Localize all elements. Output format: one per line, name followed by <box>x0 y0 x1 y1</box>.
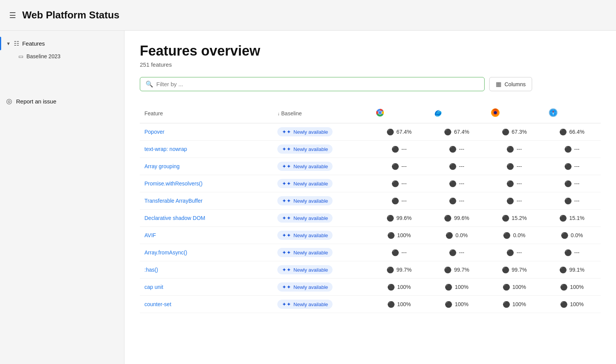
feature-name[interactable]: Array grouping <box>140 158 273 175</box>
firefox-cell: ⚫ 100% <box>485 296 543 313</box>
check-icon: ⚫ <box>502 215 510 222</box>
check-icon: ⚫ <box>503 284 510 291</box>
feature-name[interactable]: Popover <box>140 123 273 141</box>
edge-cell: ⚫ --- <box>428 244 485 261</box>
baseline-badge: ✦✦ Newly available <box>273 261 370 279</box>
columns-button[interactable]: ▦ Columns <box>489 77 532 91</box>
svg-point-3 <box>378 111 382 114</box>
check-icon: ⚫ <box>506 146 514 153</box>
newly-label: Newly available <box>293 284 328 290</box>
table-header-row: Feature ↓Baseline <box>140 103 601 123</box>
newly-label: Newly available <box>293 146 328 152</box>
col-feature[interactable]: Feature <box>140 103 273 123</box>
firefox-cell: ⚫ --- <box>485 141 543 158</box>
check-icon: ⚫ <box>449 146 457 153</box>
safari-pct: 100% <box>570 284 584 290</box>
check-icon: ⚫ <box>449 249 457 256</box>
feature-name[interactable]: Promise.withResolvers() <box>140 175 273 192</box>
sparkle-icon: ✦✦ <box>282 301 291 307</box>
edge-pct: 67.4% <box>454 129 469 135</box>
sparkle-icon: ✦✦ <box>282 129 291 135</box>
chrome-cell: ⚫ 99.7% <box>370 261 428 279</box>
table-row: Promise.withResolvers() ✦✦ Newly availab… <box>140 175 601 192</box>
sidebar-report-issue[interactable]: ◎ Report an issue <box>0 93 124 109</box>
chrome-pct: --- <box>401 249 407 256</box>
firefox-cell: ⚫ --- <box>485 175 543 192</box>
feature-name[interactable]: Transferable ArrayBuffer <box>140 192 273 210</box>
check-icon: ⚫ <box>445 301 452 308</box>
sparkle-icon: ✦✦ <box>282 215 291 221</box>
edge-pct: 0.0% <box>455 232 468 238</box>
check-icon: ⚫ <box>559 266 567 274</box>
check-icon: ⚫ <box>392 197 399 205</box>
firefox-cell: ⚫ 0.0% <box>485 227 543 244</box>
chevron-down-icon: ▼ <box>6 41 11 46</box>
menu-icon[interactable]: ☰ <box>9 11 16 20</box>
check-icon: ⚫ <box>502 128 510 136</box>
check-icon: ⚫ <box>387 128 394 136</box>
check-icon: ⚫ <box>392 163 399 170</box>
safari-cell: ⚫ 0.0% <box>543 227 601 244</box>
table-row: Array.fromAsync() ✦✦ Newly available ⚫ -… <box>140 244 601 261</box>
firefox-cell: ⚫ 100% <box>485 279 543 296</box>
edge-pct: --- <box>459 198 464 204</box>
edge-cell: ⚫ --- <box>428 175 485 192</box>
safari-cell: ⚫ --- <box>543 158 601 175</box>
check-icon: ⚫ <box>503 301 510 308</box>
edge-pct: 100% <box>455 301 469 307</box>
newly-label: Newly available <box>293 129 328 135</box>
check-icon: ⚫ <box>564 180 572 187</box>
chrome-pct: 99.6% <box>396 215 412 221</box>
baseline-badge: ✦✦ Newly available <box>273 123 370 141</box>
sidebar-baseline-label: Baseline 2023 <box>26 53 61 59</box>
chrome-pct: --- <box>401 198 407 204</box>
chrome-pct: 99.7% <box>396 267 412 273</box>
safari-pct: 99.1% <box>569 267 585 273</box>
baseline-badge: ✦✦ Newly available <box>273 279 370 296</box>
feature-name[interactable]: cap unit <box>140 279 273 296</box>
firefox-pct: --- <box>516 249 522 256</box>
edge-pct: 99.6% <box>454 215 469 221</box>
edge-cell: ⚫ 99.6% <box>428 210 485 227</box>
feature-name[interactable]: :has() <box>140 261 273 279</box>
chrome-pct: 67.4% <box>396 129 412 135</box>
firefox-pct: --- <box>516 180 522 187</box>
col-firefox <box>485 103 543 123</box>
safari-cell: ⚫ 66.4% <box>543 123 601 141</box>
filter-input[interactable] <box>156 81 479 87</box>
check-icon: ⚫ <box>564 249 572 256</box>
check-icon: ⚫ <box>449 197 457 205</box>
feature-name[interactable]: Declarative shadow DOM <box>140 210 273 227</box>
sparkle-icon: ✦✦ <box>282 232 291 238</box>
baseline-badge: ✦✦ Newly available <box>273 192 370 210</box>
sidebar-item-baseline2023[interactable]: ▭ Baseline 2023 <box>0 50 124 62</box>
table-row: AVIF ✦✦ Newly available ⚫ 100% ⚫ 0.0% <box>140 227 601 244</box>
edge-pct: --- <box>459 180 464 187</box>
feature-name[interactable]: AVIF <box>140 227 273 244</box>
features-table: Feature ↓Baseline <box>140 103 601 313</box>
sort-arrow-icon: ↓ <box>277 111 280 116</box>
feature-count: 251 features <box>140 61 601 68</box>
feature-name[interactable]: text-wrap: nowrap <box>140 141 273 158</box>
firefox-pct: --- <box>516 198 522 204</box>
feature-name[interactable]: Array.fromAsync() <box>140 244 273 261</box>
newly-label: Newly available <box>293 198 328 204</box>
chrome-pct: --- <box>401 180 407 187</box>
newly-label: Newly available <box>293 233 328 238</box>
sparkle-icon: ✦✦ <box>282 267 291 273</box>
check-icon: ⚫ <box>444 266 452 274</box>
check-icon: ⚫ <box>560 301 568 308</box>
filter-input-wrap[interactable]: 🔍 <box>140 77 485 91</box>
feature-name[interactable]: counter-set <box>140 296 273 313</box>
sidebar-item-features[interactable]: ▼ ☷ Features <box>0 37 124 50</box>
chrome-pct: 100% <box>397 301 411 307</box>
table-row: Transferable ArrayBuffer ✦✦ Newly availa… <box>140 192 601 210</box>
safari-pct: 0.0% <box>571 232 583 238</box>
baseline-badge: ✦✦ Newly available <box>273 175 370 192</box>
firefox-cell: ⚫ --- <box>485 158 543 175</box>
firefox-icon <box>490 107 501 118</box>
chrome-cell: ⚫ 100% <box>370 279 428 296</box>
col-baseline[interactable]: ↓Baseline <box>273 103 370 123</box>
safari-cell: ⚫ --- <box>543 244 601 261</box>
edge-cell: ⚫ --- <box>428 192 485 210</box>
